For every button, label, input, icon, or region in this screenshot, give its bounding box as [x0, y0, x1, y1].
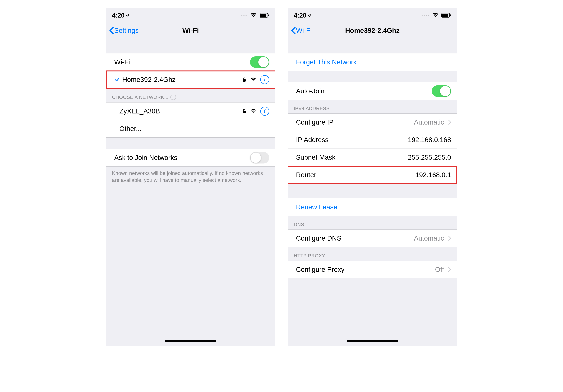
- configure-dns-value: Automatic: [414, 235, 444, 242]
- svg-rect-2: [268, 14, 269, 16]
- autojoin-switch[interactable]: [432, 85, 451, 97]
- chevron-right-icon: [448, 118, 451, 126]
- cell-dots-icon: [422, 15, 429, 16]
- subnet-mask-value: 255.255.255.0: [408, 154, 451, 161]
- svg-rect-1: [260, 14, 266, 17]
- status-bar: 4:20: [106, 8, 275, 23]
- router-value: 192.168.0.1: [415, 171, 451, 179]
- svg-rect-3: [243, 79, 246, 82]
- dns-header: DNS: [288, 216, 457, 229]
- wifi-switch[interactable]: [250, 56, 269, 68]
- subnet-mask-label: Subnet Mask: [296, 154, 408, 161]
- connected-network-row[interactable]: Home392-2.4Ghz i: [106, 71, 275, 89]
- configure-proxy-row[interactable]: Configure Proxy Off: [288, 261, 457, 278]
- ip-address-value: 192.168.0.168: [408, 136, 451, 144]
- ask-join-footer: Known networks will be joined automatica…: [106, 167, 275, 187]
- check-icon: [114, 77, 120, 82]
- connected-ssid: Home392-2.4Ghz: [120, 76, 242, 83]
- network-row[interactable]: ZyXEL_A30B i: [106, 102, 275, 120]
- cell-dots-icon: [241, 15, 247, 16]
- configure-proxy-label: Configure Proxy: [296, 266, 435, 274]
- home-indicator[interactable]: [165, 340, 216, 342]
- battery-icon: [260, 12, 269, 19]
- ipv4-header: IPV4 ADDRESS: [288, 100, 457, 113]
- ip-address-row: IP Address 192.168.0.168: [288, 131, 457, 149]
- chevron-left-icon: [291, 27, 296, 34]
- back-button[interactable]: Wi-Fi: [291, 23, 312, 39]
- chevron-right-icon: [448, 235, 451, 242]
- wifi-signal-icon: [250, 107, 256, 115]
- wifi-settings-screen: 4:20 Settings Wi-Fi Wi-Fi: [106, 8, 275, 346]
- wifi-toggle-label: Wi-Fi: [114, 58, 250, 66]
- router-row: Router 192.168.0.1: [288, 166, 457, 184]
- forget-network-label: Forget This Network: [296, 58, 451, 66]
- renew-lease-label: Renew Lease: [296, 203, 451, 211]
- autojoin-label: Auto-Join: [296, 87, 432, 95]
- configure-ip-value: Automatic: [414, 118, 444, 126]
- location-icon: [126, 12, 130, 19]
- back-label: Wi-Fi: [296, 27, 312, 34]
- configure-dns-row[interactable]: Configure DNS Automatic: [288, 229, 457, 247]
- status-time: 4:20: [294, 12, 306, 19]
- configure-dns-label: Configure DNS: [296, 235, 414, 242]
- router-label: Router: [296, 171, 415, 179]
- chevron-left-icon: [109, 27, 114, 34]
- autojoin-row[interactable]: Auto-Join: [288, 82, 457, 100]
- wifi-toggle-row[interactable]: Wi-Fi: [106, 53, 275, 71]
- other-network-row[interactable]: Other...: [106, 120, 275, 138]
- configure-ip-row[interactable]: Configure IP Automatic: [288, 113, 457, 131]
- ask-join-row[interactable]: Ask to Join Networks: [106, 149, 275, 167]
- battery-icon: [441, 12, 451, 19]
- choose-network-header: CHOOSE A NETWORK...: [106, 89, 275, 102]
- status-time: 4:20: [112, 12, 125, 19]
- chevron-right-icon: [448, 266, 451, 274]
- ask-join-switch[interactable]: [250, 152, 269, 163]
- wifi-signal-icon: [250, 76, 256, 83]
- renew-lease-row[interactable]: Renew Lease: [288, 198, 457, 216]
- location-icon: [307, 12, 311, 19]
- subnet-mask-row: Subnet Mask 255.255.255.0: [288, 149, 457, 166]
- proxy-header: HTTP PROXY: [288, 247, 457, 261]
- forget-network-row[interactable]: Forget This Network: [288, 53, 457, 71]
- wifi-icon: [250, 12, 257, 19]
- lock-icon: [242, 76, 246, 83]
- svg-rect-6: [442, 14, 448, 17]
- lock-icon: [242, 107, 246, 115]
- other-label: Other...: [119, 125, 269, 133]
- page-title: Home392-2.4Ghz: [345, 27, 400, 34]
- network-detail-screen: 4:20 Wi-Fi Home392-2.4Ghz Forget This Ne…: [288, 8, 457, 346]
- spinner-icon: [170, 94, 176, 100]
- wifi-icon: [432, 12, 438, 19]
- back-label: Settings: [114, 27, 139, 34]
- home-indicator[interactable]: [347, 340, 398, 342]
- configure-ip-label: Configure IP: [296, 118, 414, 126]
- ip-address-label: IP Address: [296, 136, 408, 144]
- nav-bar: Settings Wi-Fi: [106, 23, 275, 39]
- info-icon[interactable]: i: [260, 107, 269, 116]
- status-bar: 4:20: [288, 8, 457, 23]
- back-button[interactable]: Settings: [109, 23, 139, 39]
- ask-join-label: Ask to Join Networks: [114, 154, 250, 162]
- configure-proxy-value: Off: [435, 266, 444, 274]
- network-ssid: ZyXEL_A30B: [119, 107, 242, 115]
- page-title: Wi-Fi: [182, 27, 199, 34]
- info-icon[interactable]: i: [260, 75, 269, 84]
- svg-rect-7: [450, 14, 451, 16]
- svg-rect-4: [243, 111, 246, 113]
- nav-bar: Wi-Fi Home392-2.4Ghz: [288, 23, 457, 39]
